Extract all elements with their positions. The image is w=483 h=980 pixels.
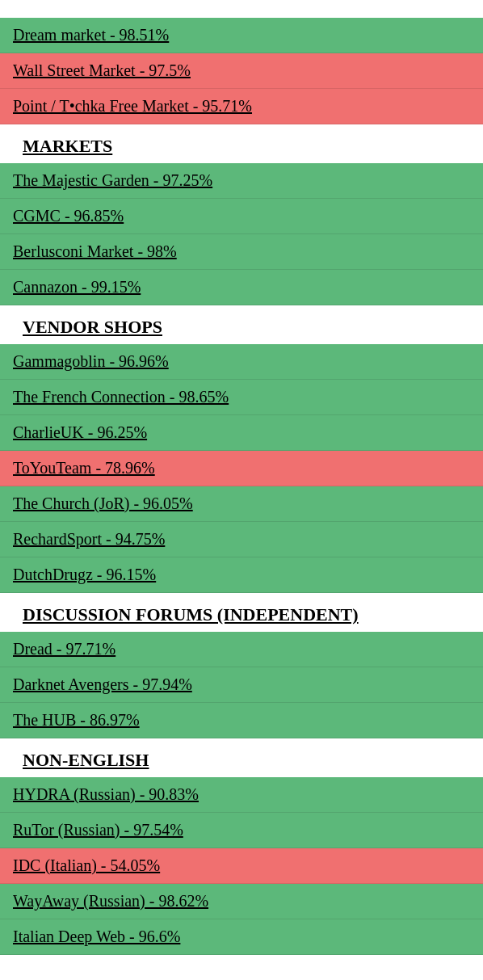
non-english-item-3[interactable]: WayAway (Russian) - 98.62% — [0, 884, 483, 919]
section-title-non-english: NON-ENGLISH — [0, 742, 483, 777]
discussion-forums-item-0[interactable]: Dread - 97.71% — [0, 632, 483, 667]
top-markets-section: Dream market - 98.51%Wall Street Market … — [0, 18, 483, 124]
non-english-item-1[interactable]: RuTor (Russian) - 97.54% — [0, 813, 483, 848]
top-markets-item-0[interactable]: Dream market - 98.51% — [0, 18, 483, 53]
markets-item-0[interactable]: The Majestic Garden - 97.25% — [0, 163, 483, 199]
section-title-discussion-forums: DISCUSSION FORUMS (INDEPENDENT) — [0, 596, 483, 632]
vendor-shops-item-6[interactable]: DutchDrugz - 96.15% — [0, 557, 483, 593]
section-title-vendor-shops: VENDOR SHOPS — [0, 309, 483, 344]
non-english-item-4[interactable]: Italian Deep Web - 96.6% — [0, 919, 483, 955]
markets-item-1[interactable]: CGMC - 96.85% — [0, 199, 483, 234]
discussion-forums-item-1[interactable]: Darknet Avengers - 97.94% — [0, 667, 483, 703]
markets-item-2[interactable]: Berlusconi Market - 98% — [0, 234, 483, 270]
non-english-item-2[interactable]: IDC (Italian) - 54.05% — [0, 848, 483, 884]
discussion-forums-item-2[interactable]: The HUB - 86.97% — [0, 703, 483, 738]
top-markets-item-2[interactable]: Point / T•chka Free Market - 95.71% — [0, 89, 483, 124]
page-title — [0, 0, 483, 18]
vendor-shops-item-4[interactable]: The Church (JoR) - 96.05% — [0, 486, 483, 522]
section-title-markets: MARKETS — [0, 128, 483, 163]
non-english-item-0[interactable]: HYDRA (Russian) - 90.83% — [0, 777, 483, 813]
sections-container: MARKETSThe Majestic Garden - 97.25%CGMC … — [0, 124, 483, 955]
vendor-shops-item-5[interactable]: RechardSport - 94.75% — [0, 522, 483, 557]
top-markets-item-1[interactable]: Wall Street Market - 97.5% — [0, 53, 483, 89]
vendor-shops-item-3[interactable]: ToYouTeam - 78.96% — [0, 451, 483, 486]
vendor-shops-item-1[interactable]: The French Connection - 98.65% — [0, 380, 483, 415]
top-markets-items: Dream market - 98.51%Wall Street Market … — [0, 18, 483, 124]
vendor-shops-item-2[interactable]: CharlieUK - 96.25% — [0, 415, 483, 451]
markets-item-3[interactable]: Cannazon - 99.15% — [0, 270, 483, 305]
vendor-shops-item-0[interactable]: Gammagoblin - 96.96% — [0, 344, 483, 380]
